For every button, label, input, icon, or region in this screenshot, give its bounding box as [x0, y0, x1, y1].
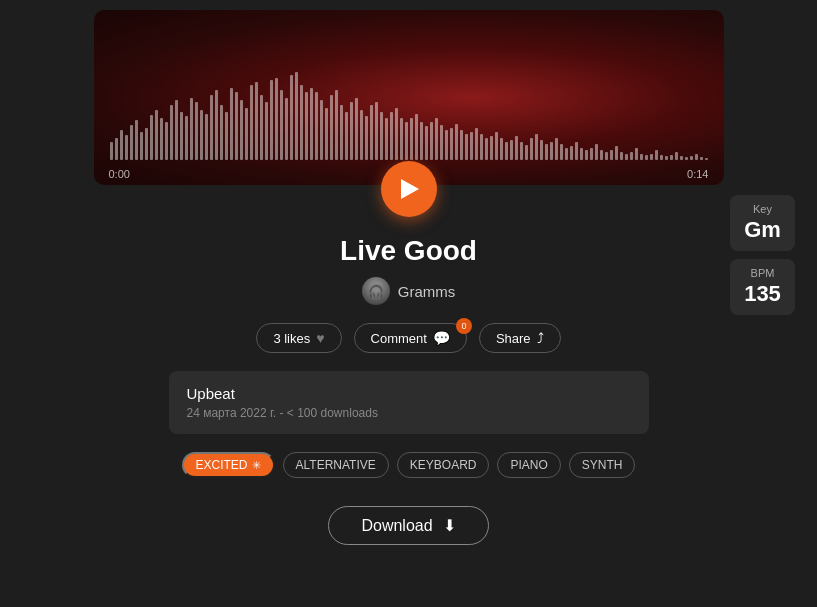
comment-icon: 💬: [433, 330, 450, 346]
play-button-wrapper: [381, 161, 437, 217]
waveform-bars: [94, 40, 724, 160]
alternative-label: ALTERNATIVE: [296, 458, 376, 472]
artist-row: 🎧 Gramms: [362, 277, 456, 305]
piano-label: PIANO: [510, 458, 547, 472]
excited-label: EXCITED: [196, 458, 248, 472]
info-genre: Upbeat: [187, 385, 631, 402]
tag-piano[interactable]: PIANO: [497, 452, 560, 478]
comment-button[interactable]: Comment 💬 0: [354, 323, 467, 353]
tag-excited[interactable]: EXCITED ✳: [182, 452, 275, 478]
download-label: Download: [361, 517, 432, 535]
main-container: 0:00 0:14 Live Good 🎧 Gramms 3 likes ♥ C…: [0, 10, 817, 545]
artist-avatar[interactable]: 🎧: [362, 277, 390, 305]
share-button[interactable]: Share ⤴: [479, 323, 561, 353]
time-start: 0:00: [109, 168, 130, 180]
actions-row: 3 likes ♥ Comment 💬 0 Share ⤴: [256, 323, 560, 353]
likes-button[interactable]: 3 likes ♥: [256, 323, 341, 353]
time-end: 0:14: [687, 168, 708, 180]
heart-icon: ♥: [316, 330, 324, 346]
bpm-value: 135: [744, 281, 781, 307]
share-icon: ⤴: [537, 330, 544, 346]
headphone-icon: 🎧: [368, 284, 384, 299]
side-panel: Key Gm BPM 135: [730, 195, 795, 315]
likes-count: 3 likes: [273, 331, 310, 346]
key-value: Gm: [744, 217, 781, 243]
keyboard-label: KEYBOARD: [410, 458, 477, 472]
comment-badge: 0: [456, 318, 472, 334]
tag-alternative[interactable]: ALTERNATIVE: [283, 452, 389, 478]
play-button[interactable]: [381, 161, 437, 217]
synth-label: SYNTH: [582, 458, 623, 472]
avatar-inner: 🎧: [362, 277, 390, 305]
download-icon: ⬇: [443, 516, 456, 535]
spark-icon: ✳: [252, 459, 261, 472]
download-button[interactable]: Download ⬇: [328, 506, 488, 545]
track-title: Live Good: [340, 235, 477, 267]
key-card: Key Gm: [730, 195, 795, 251]
info-box: Upbeat 24 марта 2022 г. - < 100 download…: [169, 371, 649, 434]
bpm-label: BPM: [744, 267, 781, 279]
info-meta: 24 марта 2022 г. - < 100 downloads: [187, 406, 631, 420]
tag-synth[interactable]: SYNTH: [569, 452, 636, 478]
share-label: Share: [496, 331, 531, 346]
waveform-container: 0:00 0:14: [94, 10, 724, 185]
tags-row: EXCITED ✳ ALTERNATIVE KEYBOARD PIANO SYN…: [182, 452, 636, 478]
play-icon: [401, 179, 419, 199]
artist-name[interactable]: Gramms: [398, 283, 456, 300]
comment-label: Comment: [371, 331, 427, 346]
tag-keyboard[interactable]: KEYBOARD: [397, 452, 490, 478]
key-label: Key: [744, 203, 781, 215]
bpm-card: BPM 135: [730, 259, 795, 315]
